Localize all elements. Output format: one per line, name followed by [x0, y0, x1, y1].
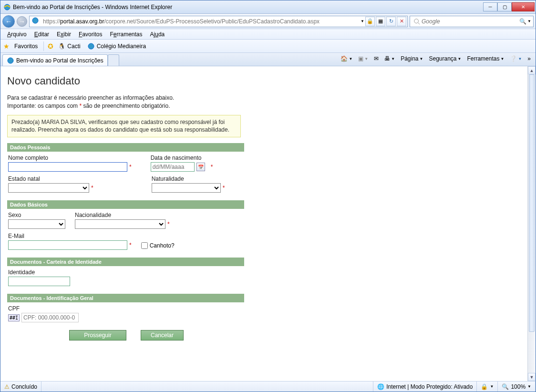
favorites-bar: ★ Favoritos ✪ 🐧Cacti Colégio Medianeira — [0, 40, 536, 53]
page-title: Novo candidato — [7, 75, 521, 87]
search-box[interactable]: 🔍 ▼ — [410, 16, 534, 27]
search-dropdown-icon[interactable]: ▼ — [527, 19, 531, 23]
required-star: * — [223, 185, 225, 191]
warning-icon: ⚠ — [4, 383, 10, 390]
page-body: Novo candidato Para se cadastrar é neces… — [0, 66, 527, 381]
label-identidade: Identidade — [8, 269, 70, 276]
input-email[interactable] — [8, 240, 127, 250]
ie-mini-icon — [87, 42, 95, 50]
label-data: Data de nascimento — [151, 155, 213, 161]
calendar-icon[interactable]: 📅 — [196, 163, 205, 171]
chevron-expand[interactable]: » — [526, 54, 533, 63]
checkbox-canhoto[interactable] — [141, 242, 148, 249]
compat-icon[interactable]: ▦ — [376, 17, 385, 26]
label-cpf: CPF — [8, 305, 79, 312]
input-data[interactable] — [151, 162, 195, 172]
status-zoom[interactable]: 🔍100% ▼ — [498, 382, 536, 392]
field-sexo: Sexo — [8, 212, 65, 229]
select-nacionalidade[interactable] — [75, 219, 165, 229]
command-bar: 🏠 ▼ ▣ ▼ ✉ 🖶 ▼ Página ▼ Segurança ▼ Ferra… — [339, 54, 533, 63]
titlebar: Bem-vindo ao Portal de Inscrições - Wind… — [0, 0, 536, 14]
search-input[interactable] — [422, 18, 518, 25]
status-zone: 🌐Internet | Modo Protegido: Ativado — [373, 382, 477, 392]
stop-button[interactable]: ✕ — [397, 17, 406, 26]
svg-point-0 — [4, 4, 10, 10]
menu-favoritos[interactable]: Favoritos — [75, 30, 106, 39]
input-identidade[interactable] — [8, 277, 70, 286]
vertical-scrollbar[interactable]: ▲ ▼ — [527, 66, 536, 381]
address-bar[interactable]: https://portal.asav.org.br/corpore.net/S… — [29, 16, 408, 27]
section-header: Dados Pessoais — [7, 143, 244, 152]
status-spacer — [41, 382, 373, 392]
tools-menu[interactable]: Ferramentas ▼ — [465, 54, 506, 63]
section-doc-geral: Documentos - Identificação Geral CPF ##I — [7, 294, 244, 323]
required-star: * — [211, 164, 213, 170]
section-header: Documentos - Carteira de Identidade — [7, 258, 244, 266]
address-dropdown-icon[interactable]: ▼ — [361, 19, 364, 23]
print-button[interactable]: 🖶 ▼ — [382, 54, 397, 63]
input-cpf[interactable] — [21, 313, 79, 322]
page-menu[interactable]: Página ▼ — [399, 54, 425, 63]
menu-ajuda[interactable]: Ajuda — [146, 30, 169, 39]
field-nome: Nome completo * — [8, 155, 132, 172]
new-tab-button[interactable] — [108, 54, 119, 66]
status-protected-mode[interactable]: 🔒▼ — [477, 382, 498, 392]
status-message: ⚠Concluído — [0, 382, 41, 392]
required-star: * — [167, 221, 170, 227]
menu-arquivo[interactable]: Arquivo — [3, 30, 31, 39]
label-nacionalidade: Nacionalidade — [75, 212, 170, 218]
label-sexo: Sexo — [8, 212, 65, 218]
feeds-button[interactable]: ▣ ▼ — [356, 54, 370, 63]
lock-icon[interactable]: 🔒 — [365, 17, 375, 26]
svg-point-4 — [88, 43, 94, 49]
select-naturalidade[interactable] — [152, 183, 221, 193]
search-provider-icon — [412, 17, 422, 26]
window-frame: Bem-vindo ao Portal de Inscrições - Wind… — [0, 0, 536, 392]
fav-colegio[interactable]: Colégio Medianeira — [85, 41, 148, 51]
globe-icon: 🌐 — [377, 383, 384, 390]
search-button[interactable]: 🔍 — [518, 17, 527, 26]
menu-ferramentas[interactable]: Ferramentas — [106, 30, 146, 39]
star-icon[interactable]: ★ — [3, 42, 10, 50]
refresh-button[interactable]: ↻ — [386, 17, 396, 26]
favorites-button[interactable]: Favoritos — [12, 42, 40, 51]
mask-icon: ##I — [8, 314, 20, 321]
notice-box: Prezado(a) MARIA DA SILVA, verificamos q… — [7, 115, 241, 138]
required-star: * — [129, 242, 132, 248]
help-button[interactable]: ❔▼ — [508, 54, 524, 63]
select-estado[interactable] — [8, 183, 89, 193]
menu-exibir[interactable]: Exibir — [53, 30, 75, 39]
mail-button[interactable]: ✉ — [372, 54, 381, 63]
section-header: Dados Básicos — [7, 200, 244, 209]
tab-active[interactable]: Bem-vindo ao Portal de Inscrições — [2, 54, 108, 66]
close-button[interactable]: ✕ — [512, 2, 535, 11]
back-button[interactable]: ← — [2, 15, 15, 28]
suggested-icon[interactable]: ✪ — [48, 42, 53, 50]
scroll-thumb[interactable] — [529, 74, 535, 332]
svg-point-2 — [414, 19, 419, 23]
prosseguir-button[interactable]: Prosseguir — [69, 330, 126, 340]
label-nome: Nome completo — [8, 155, 132, 161]
required-star: * — [129, 164, 132, 170]
ie-page-icon — [30, 17, 41, 26]
label-email: E-Mail — [8, 233, 132, 239]
scroll-down-arrow[interactable]: ▼ — [528, 373, 536, 381]
address-text[interactable]: https://portal.asav.org.br/corpore.net/S… — [41, 17, 361, 26]
fav-cacti[interactable]: 🐧Cacti — [56, 42, 82, 51]
intro-text: Para se cadastrar é necessário preencher… — [7, 94, 521, 110]
scroll-up-arrow[interactable]: ▲ — [528, 66, 536, 74]
home-button[interactable]: 🏠 ▼ — [339, 54, 354, 63]
safety-menu[interactable]: Segurança ▼ — [427, 54, 463, 63]
cancelar-button[interactable]: Cancelar — [141, 330, 184, 340]
minimize-button[interactable]: ─ — [483, 2, 497, 11]
field-estado: Estado natal * — [8, 175, 93, 193]
select-sexo[interactable] — [8, 219, 65, 229]
maximize-button[interactable]: ▢ — [497, 2, 512, 11]
window-buttons: ─ ▢ ✕ — [483, 2, 535, 11]
window-title: Bem-vindo ao Portal de Inscrições - Wind… — [13, 4, 483, 10]
input-nome[interactable] — [8, 162, 127, 172]
menu-editar[interactable]: Editar — [31, 30, 53, 39]
content-area: Novo candidato Para se cadastrar é neces… — [0, 66, 536, 381]
forward-button[interactable]: → — [17, 16, 27, 27]
cacti-icon: 🐧 — [58, 43, 65, 50]
